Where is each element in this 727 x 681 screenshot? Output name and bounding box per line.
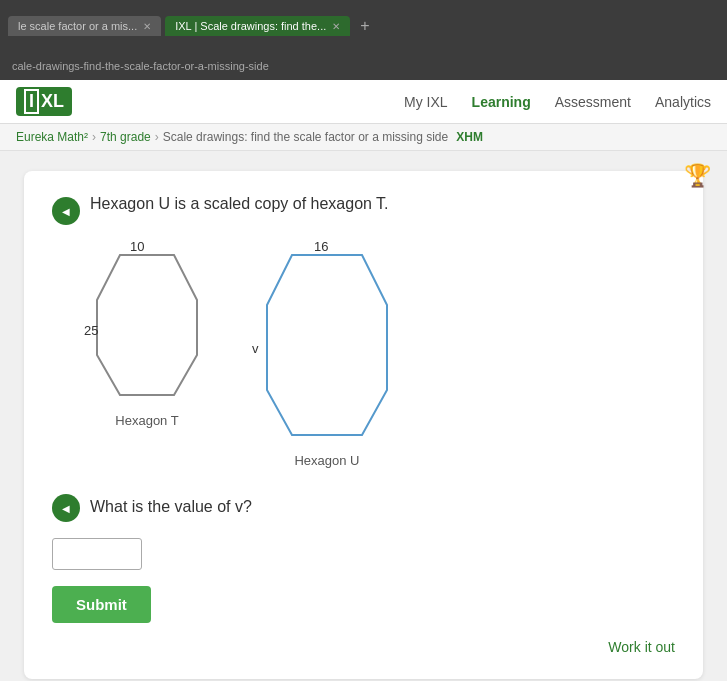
breadcrumb-grade[interactable]: 7th grade — [100, 130, 151, 144]
browser-chrome: le scale factor or a mis... ✕ IXL | Scal… — [0, 0, 727, 52]
skill-code: XHM — [456, 130, 483, 144]
breadcrumb-eureka[interactable]: Eureka Math² — [16, 130, 88, 144]
hexagon-u-label: Hexagon U — [294, 453, 359, 468]
hexagon-t-svg: 10 25 — [92, 245, 202, 405]
hex-t-top-label: 10 — [130, 239, 144, 254]
answer-input[interactable] — [52, 538, 142, 570]
question-card: Hexagon U is a scaled copy of hexagon T.… — [24, 171, 703, 679]
svg-marker-1 — [267, 255, 387, 435]
sound-button-2[interactable] — [52, 494, 80, 522]
breadcrumb: Eureka Math² › 7th grade › Scale drawing… — [0, 124, 727, 151]
nav-links: My IXL Learning Assessment Analytics — [404, 94, 711, 110]
tab-inactive[interactable]: le scale factor or a mis... ✕ — [8, 16, 161, 36]
trophy-icon: 🏆 — [684, 163, 711, 188]
tab-close-1[interactable]: ✕ — [143, 21, 151, 32]
tab-close-2[interactable]: ✕ — [332, 21, 340, 32]
ixl-logo-i: I — [24, 89, 39, 114]
hexagon-u-svg: 16 v — [262, 245, 392, 445]
hex-u-left-label: v — [252, 341, 259, 356]
breadcrumb-skill: Scale drawings: find the scale factor or… — [163, 130, 448, 144]
nav-learning[interactable]: Learning — [472, 94, 531, 110]
hex-t-left-label: 25 — [84, 323, 98, 338]
question1-header: Hexagon U is a scaled copy of hexagon T. — [52, 195, 675, 225]
diagram-area: 10 25 Hexagon T 16 — [92, 245, 675, 468]
nav-my-ixl[interactable]: My IXL — [404, 94, 448, 110]
breadcrumb-sep-2: › — [155, 130, 159, 144]
breadcrumb-sep-1: › — [92, 130, 96, 144]
trophy-area: 🏆 — [684, 163, 711, 189]
address-text: cale-drawings-find-the-scale-factor-or-a… — [12, 60, 269, 72]
hex-u-top-label: 16 — [314, 239, 328, 254]
question2-header: What is the value of v? — [52, 492, 675, 522]
ixl-nav: IXL My IXL Learning Assessment Analytics — [0, 80, 727, 124]
question1-text: Hexagon U is a scaled copy of hexagon T. — [90, 195, 389, 213]
question2-text: What is the value of v? — [90, 498, 252, 516]
hexagon-u-container: 16 v Hexagon U — [262, 245, 392, 468]
hexagon-t-container: 10 25 Hexagon T — [92, 245, 202, 428]
svg-marker-0 — [97, 255, 197, 395]
address-bar: cale-drawings-find-the-scale-factor-or-a… — [0, 52, 727, 80]
main-content: 🏆 Hexagon U is a scaled copy of hexagon … — [0, 151, 727, 681]
sound-button-1[interactable] — [52, 197, 80, 225]
nav-analytics[interactable]: Analytics — [655, 94, 711, 110]
ixl-logo[interactable]: IXL — [16, 87, 72, 116]
hexagon-t-label: Hexagon T — [115, 413, 178, 428]
submit-button[interactable]: Submit — [52, 586, 151, 623]
tab-add-button[interactable]: + — [354, 17, 375, 35]
nav-assessment[interactable]: Assessment — [555, 94, 631, 110]
tab-active[interactable]: IXL | Scale drawings: find the... ✕ — [165, 16, 350, 36]
work-it-out[interactable]: Work it out — [52, 639, 675, 655]
